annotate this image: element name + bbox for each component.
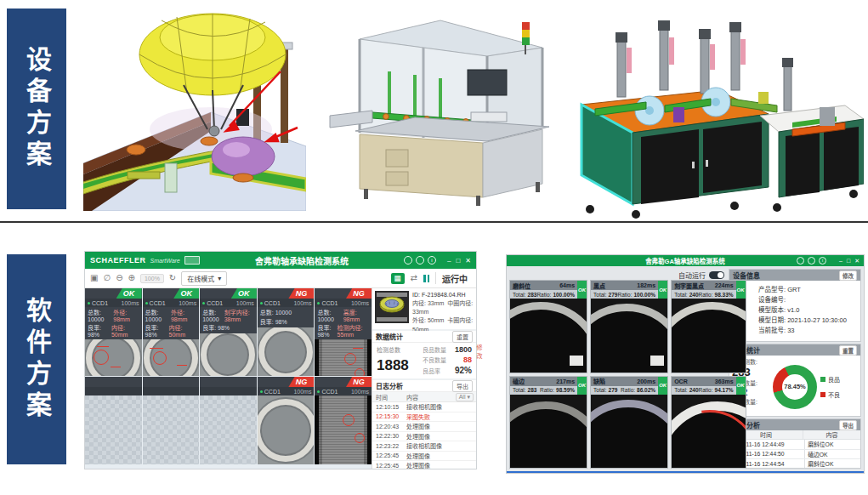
circle-icon-2[interactable] (808, 257, 815, 265)
ok-badge: OK (658, 377, 667, 395)
edit-device-button[interactable]: 修改 (839, 270, 857, 281)
right-log-rows: 2021-11-16 12:44:49磨斜位OK 2021-11-16 12:4… (729, 440, 860, 468)
camera-cell-7-empty[interactable] (143, 377, 200, 464)
close-icon[interactable]: ✕ (854, 258, 859, 265)
cell-header: OK (85, 288, 142, 299)
camera-icon[interactable]: ▣ (90, 274, 98, 282)
log-row[interactable]: 12:20:43处理图像 (372, 422, 476, 432)
legend-bad-swatch (820, 392, 825, 397)
ratio-value: 100.00% (633, 292, 655, 298)
circle-icon-1[interactable] (404, 256, 412, 265)
stat: 总数: 10000 (202, 308, 224, 322)
cell-header (200, 377, 257, 387)
log-filter-dropdown[interactable]: All▾ (456, 393, 474, 401)
status-badge: NG (346, 288, 372, 299)
zoom-out-icon[interactable]: ⊖ (116, 274, 122, 282)
total-value: 279 (609, 387, 618, 393)
auto-run-toggle[interactable] (709, 271, 724, 279)
section-divider (0, 221, 868, 223)
cell-header: NG (258, 377, 315, 387)
compare-icon[interactable]: ∅ (103, 274, 111, 282)
yield-label: 良品率 (423, 367, 440, 375)
zoom-in-icon[interactable]: ⊕ (128, 274, 135, 282)
right-app-titlebar: 舍弗勒GA轴承缺陷检测系统 i – □ ✕ (507, 255, 864, 266)
stat: 刻字内径: 38mm (224, 308, 254, 322)
tile-3[interactable]: OK 刻字面黑点224ms Total:240Ratio:98.33% (672, 281, 745, 373)
minimize-icon[interactable]: – (839, 258, 842, 265)
bearing-image (258, 327, 315, 376)
cell-header: OK (200, 288, 257, 299)
pause-button[interactable] (423, 275, 429, 282)
ratio-label: Ratio: (621, 387, 635, 393)
log-row[interactable]: 12:22:30处理图像 (372, 432, 476, 442)
filter-value: All (459, 394, 466, 400)
maximize-icon[interactable]: □ (456, 257, 460, 265)
camera-cell-10[interactable]: NG CCD1100ms (315, 377, 372, 464)
circle-icon-2[interactable] (416, 256, 424, 265)
left-app-title: 舍弗勒轴承缺陷检测系统 (204, 254, 400, 267)
tile-4[interactable]: OK 磕边217ms Total:283Ratio:98.59% (510, 377, 587, 469)
tile-time: 200ms (637, 378, 655, 384)
tile-6-ocr[interactable]: OK OCR363ms Total:240Ratio:94.17% (672, 377, 745, 469)
camera-cell-4[interactable]: NG CCD1100ms 总数: 10000 良率: 98% (258, 288, 315, 376)
camera-cell-2[interactable]: OK CCD1100ms 总数: 10000外径: 98mm 良率: 98%内径… (143, 288, 200, 376)
tile-name: 缺陷 (593, 377, 605, 385)
donut-legend: 良品 不良 (820, 375, 840, 399)
ok-badge: OK (577, 281, 587, 299)
camera-cell-5[interactable]: NG CCD1100ms 总数: 10000高度: 98mm 良率: 98%检测… (315, 288, 372, 376)
stat: 良率: 98% (202, 323, 230, 332)
tile-2[interactable]: OK 黑点182ms Total:279Ratio:100.00% (591, 281, 667, 373)
stats-section: 数据统计 重置 检测总数 1888 良品数量1800 不良数量88 良品率92% (372, 331, 476, 378)
maximize-icon[interactable]: □ (847, 258, 850, 265)
camera-cell-6-empty[interactable] (85, 377, 142, 464)
close-icon[interactable]: ✕ (465, 257, 471, 265)
cell-cam-row: CCD1100ms (258, 387, 315, 395)
camera-name: CCD1 (264, 300, 281, 306)
equipment-section-title: 设备方案 (18, 46, 55, 172)
log-row[interactable]: 12:10:15接收相机图像 (372, 402, 476, 412)
cad-delta-robot-image (83, 2, 306, 211)
bearing-image (258, 395, 315, 464)
device-info-title: 设备信息 (733, 270, 760, 280)
tile-time: 64ms (559, 282, 575, 288)
log-row[interactable]: 12:23:22接收相机图像 (372, 441, 476, 452)
tile-1[interactable]: OK 磨斜位64ms Total:283Ratio:100.00% (510, 281, 587, 373)
log-row[interactable]: 2021-11-16 12:44:49磨斜位OK (729, 440, 860, 450)
export-button[interactable]: 导出 (839, 420, 857, 430)
total-label: Total: (513, 292, 526, 298)
left-app-side-panel: ID: F-219848.04.RH 内径: 33mm中圈内径: 33mm 外径… (372, 288, 476, 469)
edit-lot-button[interactable]: 修改 (476, 344, 482, 361)
camera-cell-8-empty[interactable] (200, 377, 257, 464)
tile-image (672, 395, 745, 469)
cell-cam-row: CCD1100ms (85, 299, 142, 307)
inspection-tiles: OK 磨斜位64ms Total:283Ratio:100.00% OK 黑点1… (510, 281, 726, 468)
swap-icon[interactable]: ⇄ (411, 274, 417, 282)
total-value: 283 (528, 292, 537, 298)
camera-cell-9[interactable]: NG CCD1100ms (258, 377, 315, 464)
device-field: 当前批号: 33 (758, 326, 857, 336)
status-badge: OK (231, 288, 257, 299)
cycle-time: 100ms (293, 300, 311, 306)
log-row[interactable]: 12:25:45处理图像 (372, 452, 476, 462)
log-row[interactable]: 2021-11-16 12:44:54磨斜位OK (729, 459, 860, 468)
page: 设备方案 软件方案 (0, 0, 868, 495)
refresh-icon[interactable]: ↻ (169, 274, 176, 282)
info-icon[interactable]: i (428, 256, 436, 265)
circle-icon-1[interactable] (797, 257, 804, 265)
export-button[interactable]: 导出 (452, 380, 473, 392)
tile-5[interactable]: OK 缺陷200ms Total:279Ratio:86.02% (591, 377, 667, 469)
info-icon[interactable]: i (819, 257, 826, 265)
ratio-label: Ratio: (540, 387, 554, 393)
reset-button[interactable]: 重置 (839, 345, 857, 356)
total-count: 1888 (377, 357, 419, 374)
mode-dropdown[interactable]: 在线模式 ▾ (181, 271, 227, 286)
bad-count: 88 (463, 356, 472, 364)
log-row[interactable]: 12:25:45处理图像 (372, 461, 476, 469)
log-row[interactable]: 2021-11-16 12:44:50磕边OK (729, 450, 860, 460)
image-view-button[interactable]: ▦ (391, 273, 405, 284)
camera-cell-1[interactable]: OK CCD1100ms 总数: 10000外径: 98mm 良率: 98%内径… (85, 288, 142, 376)
reset-button[interactable]: 重置 (452, 331, 473, 343)
log-row-error[interactable]: 12:15:30采图失败 (372, 412, 476, 423)
minimize-icon[interactable]: – (447, 257, 451, 265)
camera-cell-3[interactable]: OK CCD1100ms 总数: 10000刻字内径: 38mm 良率: 98% (200, 288, 257, 376)
